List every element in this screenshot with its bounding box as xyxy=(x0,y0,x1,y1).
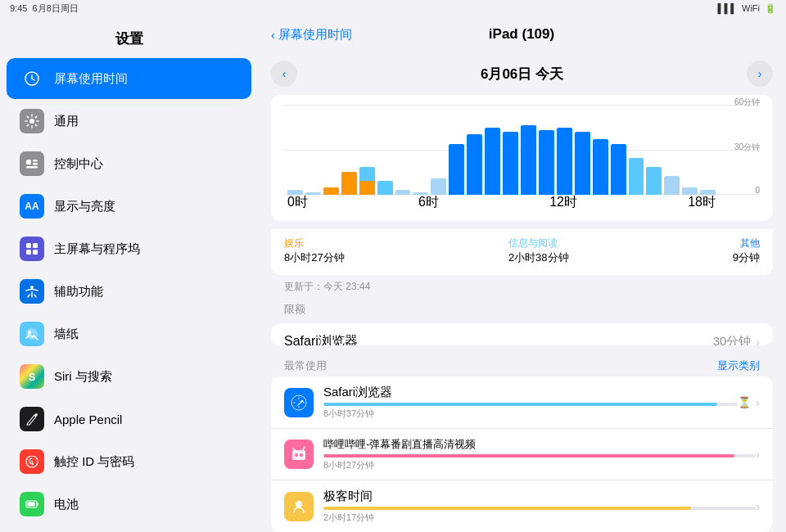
chart-bar-16 xyxy=(575,132,590,195)
sidebar-item-accessibility[interactable]: 辅助功能 xyxy=(7,271,251,312)
battery-icon-sidebar xyxy=(20,492,44,516)
safari-limit-item[interactable]: Safari浏览器 30分钟 › xyxy=(271,323,773,345)
bilibili-content: 哔哩哔哩-弹幕番剧直播高清视频 8小时27分钟 xyxy=(323,437,756,471)
svg-rect-20 xyxy=(292,450,305,460)
date-prev-button[interactable]: ‹ xyxy=(271,61,297,87)
sidebar-label-screentime: 屏幕使用时间 xyxy=(54,71,128,87)
sidebar-label-controlcenter: 控制中心 xyxy=(54,156,103,172)
safari-title: Safari浏览器 xyxy=(323,385,738,400)
applepencil-icon xyxy=(20,407,44,431)
nav-title: iPad (109) xyxy=(352,26,691,43)
sidebar-label-wallpaper: 墙纸 xyxy=(54,327,79,342)
touchid-icon xyxy=(20,449,44,474)
chart-bar-12 xyxy=(503,132,518,195)
screentime-icon xyxy=(20,66,44,91)
chevron-icon-j: › xyxy=(756,500,760,513)
safari-limit-left: Safari浏览器 xyxy=(284,333,713,345)
nav-back-label: 屏幕使用时间 xyxy=(278,27,352,43)
jike-time-row: 2小时17分钟 xyxy=(323,512,756,524)
bilibili-time-row: 8小时27分钟 xyxy=(323,459,756,471)
sidebar-item-homescreen[interactable]: 主屏幕与程序坞 xyxy=(7,228,251,269)
category-time-entertainment: 8小时27分钟 xyxy=(284,250,345,265)
sidebar-item-privacy[interactable]: 隐私 xyxy=(7,526,251,532)
category-other: 其他 9分钟 xyxy=(733,237,760,265)
date-next-button[interactable]: › xyxy=(747,61,773,87)
svg-rect-5 xyxy=(26,166,38,169)
app-item-bilibili[interactable]: 哔哩哔哩-弹幕番剧直播高清视频 8小时27分钟 › xyxy=(271,429,773,480)
sidebar-item-wallpaper[interactable]: 墙纸 xyxy=(7,313,251,354)
jike-content: 极客时间 2小时17分钟 xyxy=(323,489,756,524)
chart-bar-20 xyxy=(646,167,662,195)
chart-bar-18 xyxy=(611,144,626,195)
limit-header-label: 限额 xyxy=(271,299,773,320)
chart-bar-15 xyxy=(557,128,572,195)
chart-bar-21 xyxy=(664,176,680,195)
x-label-18: 18时 xyxy=(688,194,716,211)
svg-point-1 xyxy=(29,119,34,124)
sidebar-label-touchid: 触控 ID 与密码 xyxy=(54,454,134,470)
app-item-safari[interactable]: Safari浏览器 8小时37分钟 ⏳ › xyxy=(271,376,773,429)
general-icon xyxy=(20,109,44,133)
sidebar-item-display[interactable]: AA 显示与亮度 xyxy=(7,186,251,227)
right-panel: ‹ 屏幕使用时间 iPad (109) ‹ 6月06日 今天 › 60分钟 30 xyxy=(258,16,786,532)
chart-bar-10 xyxy=(467,134,482,195)
status-date: 6月8日周日 xyxy=(33,2,79,15)
wallpaper-icon xyxy=(20,322,44,346)
chevron-left-icon: ‹ xyxy=(271,28,275,42)
y-label-60: 60分钟 xyxy=(734,97,760,108)
bilibili-app-icon xyxy=(284,440,314,469)
chart-bar-4 xyxy=(359,167,375,195)
wifi-icon: WiFi xyxy=(742,3,760,13)
display-icon: AA xyxy=(20,194,44,219)
chart-area: 60分钟 30分钟 0 0时 6时 12时 18时 xyxy=(284,105,760,211)
jike-progress xyxy=(323,507,756,510)
category-info: 信息与阅读 2小时38分钟 xyxy=(508,237,569,265)
svg-point-12 xyxy=(28,331,31,334)
svg-rect-8 xyxy=(26,250,31,255)
sidebar-item-applepencil[interactable]: Apple Pencil xyxy=(7,399,251,440)
sidebar-item-touchid[interactable]: 触控 ID 与密码 xyxy=(7,441,251,482)
date-navigator: ‹ 6月06日 今天 › xyxy=(258,52,786,95)
chart-bars xyxy=(284,105,719,195)
app-item-jike[interactable]: 极客时间 2小时17分钟 › xyxy=(271,480,773,532)
category-name-entertainment: 娱乐 xyxy=(284,237,345,250)
chart-bar-5 xyxy=(377,181,393,195)
chart-bar-13 xyxy=(521,125,536,195)
sidebar-item-battery[interactable]: 电池 xyxy=(7,484,251,525)
chart-bar-14 xyxy=(539,130,554,195)
y-label-0: 0 xyxy=(755,186,760,195)
bilibili-progress xyxy=(323,454,756,458)
signal-icon: ▌▌▌ xyxy=(718,3,737,13)
bilibili-title: 哔哩哔哩-弹幕番剧直播高清视频 xyxy=(323,437,756,452)
chart-x-labels: 0时 6时 12时 18时 xyxy=(284,194,719,211)
status-right: ▌▌▌ WiFi 🔋 xyxy=(718,3,776,14)
y-label-30: 30分钟 xyxy=(734,142,760,153)
svg-rect-15 xyxy=(38,503,39,506)
nav-back-button[interactable]: ‹ 屏幕使用时间 xyxy=(271,27,352,43)
chart-bar-17 xyxy=(593,139,608,195)
jike-title: 极客时间 xyxy=(323,489,756,504)
chart-bar-3 xyxy=(341,172,357,195)
show-category-button[interactable]: 显示类别 xyxy=(717,358,760,373)
app-list: Safari浏览器 8小时37分钟 ⏳ › xyxy=(271,376,773,532)
bilibili-right: › xyxy=(756,448,760,461)
sidebar-item-controlcenter[interactable]: 控制中心 xyxy=(7,143,251,184)
sidebar-item-screentime[interactable]: 屏幕使用时间 xyxy=(7,58,251,99)
sidebar-item-general[interactable]: 通用 xyxy=(7,101,251,142)
main-container: 设置 屏幕使用时间 通用 xyxy=(0,16,786,532)
category-time-other: 9分钟 xyxy=(733,250,760,265)
safari-content: Safari浏览器 8小时37分钟 xyxy=(323,385,738,420)
status-time: 9:45 xyxy=(10,3,27,13)
category-name-info: 信息与阅读 xyxy=(508,237,569,250)
homescreen-icon xyxy=(20,237,44,261)
x-label-12: 12时 xyxy=(549,194,577,211)
sidebar-item-siri[interactable]: S Siri 与搜索 xyxy=(7,356,251,397)
svg-point-10 xyxy=(30,286,34,289)
svg-rect-3 xyxy=(33,160,38,162)
sidebar-label-siri: Siri 与搜索 xyxy=(54,369,112,385)
most-used-title: 最常使用 xyxy=(284,358,327,373)
date-label: 6月06日 今天 xyxy=(310,65,734,83)
chevron-icon-b: › xyxy=(756,448,760,461)
jike-app-icon xyxy=(284,492,314,521)
chevron-icon: › xyxy=(756,396,760,409)
